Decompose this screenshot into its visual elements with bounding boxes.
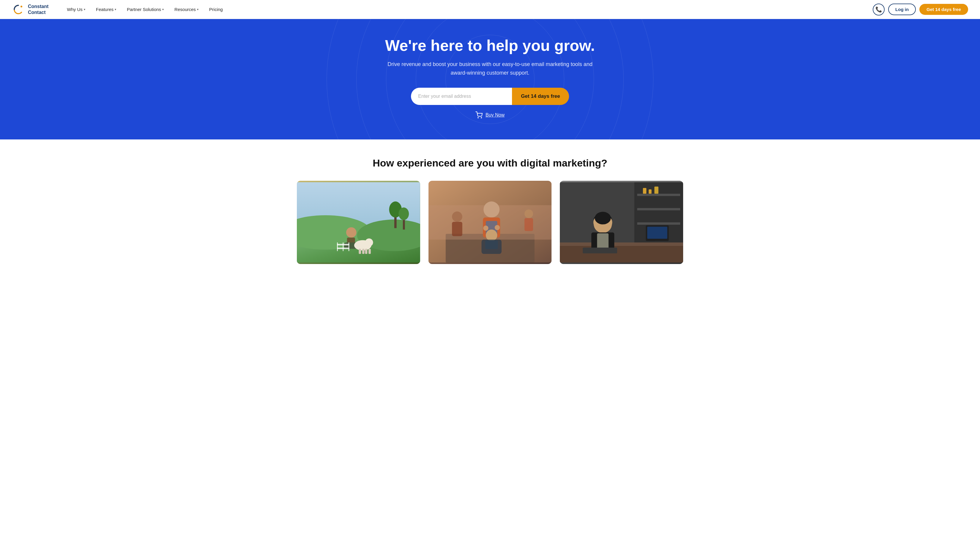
svg-rect-15 [337, 242, 338, 251]
hero-section: We're here to help you grow. Drive reven… [0, 19, 980, 139]
svg-point-36 [495, 225, 500, 230]
buy-now-link[interactable]: Buy Now [476, 112, 504, 119]
nav-pricing[interactable]: Pricing [205, 5, 227, 14]
card-barber[interactable] [428, 181, 552, 264]
card-image-retail [560, 181, 683, 264]
logo-icon [12, 3, 25, 16]
svg-point-2 [478, 118, 479, 118]
svg-point-32 [486, 229, 498, 241]
svg-rect-47 [643, 188, 647, 194]
svg-rect-48 [649, 190, 652, 194]
main-nav: Constant Contact Why Us ▾ Features ▾ Par… [0, 0, 980, 19]
svg-rect-24 [365, 249, 368, 254]
experience-cards-row [297, 181, 683, 264]
below-hero-section: How experienced are you with digital mar… [0, 139, 980, 276]
hero-form: Get 14 days free [411, 88, 569, 105]
svg-point-29 [484, 202, 500, 218]
svg-point-3 [481, 118, 482, 118]
cart-icon [476, 112, 482, 119]
svg-rect-46 [637, 222, 681, 225]
svg-point-21 [365, 239, 373, 247]
card-farm[interactable] [297, 181, 420, 264]
svg-rect-17 [348, 242, 350, 251]
svg-rect-22 [359, 249, 361, 254]
nav-why-us[interactable]: Why Us ▾ [63, 5, 89, 14]
svg-rect-19 [337, 248, 349, 249]
svg-rect-38 [452, 222, 462, 236]
nav-actions: 📞 Log in Get 14 days free [873, 3, 968, 16]
svg-rect-44 [637, 194, 681, 196]
svg-point-11 [398, 207, 409, 220]
svg-rect-25 [369, 249, 371, 254]
nav-features[interactable]: Features ▾ [92, 5, 120, 14]
svg-rect-54 [560, 244, 683, 263]
svg-rect-62 [583, 248, 617, 253]
nav-partner-solutions[interactable]: Partner Solutions ▾ [123, 5, 168, 14]
svg-point-1 [21, 6, 22, 8]
login-button[interactable]: Log in [888, 3, 916, 15]
svg-point-12 [346, 228, 356, 238]
svg-point-59 [595, 212, 611, 225]
svg-rect-45 [637, 208, 681, 210]
phone-icon: 📞 [875, 6, 882, 13]
hero-headline: We're here to help you grow. [385, 37, 595, 55]
svg-rect-51 [647, 227, 667, 239]
svg-rect-18 [337, 244, 349, 245]
chevron-down-icon: ▾ [115, 8, 116, 11]
section-heading: How experienced are you with digital mar… [12, 157, 968, 169]
svg-rect-55 [560, 242, 683, 246]
card-image-barber [428, 181, 552, 264]
phone-button[interactable]: 📞 [873, 3, 885, 16]
svg-rect-16 [343, 242, 344, 251]
logo-link[interactable]: Constant Contact [12, 3, 48, 16]
svg-rect-23 [362, 249, 364, 254]
chevron-down-icon: ▾ [197, 8, 199, 11]
svg-point-39 [525, 210, 533, 218]
svg-rect-40 [525, 218, 533, 231]
chevron-down-icon: ▾ [84, 8, 85, 11]
card-image-farm [297, 181, 420, 264]
nav-resources[interactable]: Resources ▾ [170, 5, 203, 14]
svg-rect-34 [481, 240, 501, 254]
hero-subtext: Drive revenue and boost your business wi… [386, 60, 594, 77]
svg-point-35 [483, 226, 488, 231]
nav-links: Why Us ▾ Features ▾ Partner Solutions ▾ … [63, 5, 873, 14]
card-retail[interactable] [560, 181, 683, 264]
svg-point-37 [452, 212, 462, 222]
email-input[interactable] [411, 88, 512, 105]
hero-cta-button[interactable]: Get 14 days free [512, 88, 569, 105]
logo-text: Constant Contact [28, 3, 48, 15]
svg-rect-49 [655, 187, 659, 194]
nav-cta-button[interactable]: Get 14 days free [920, 4, 968, 15]
chevron-down-icon: ▾ [162, 8, 164, 11]
